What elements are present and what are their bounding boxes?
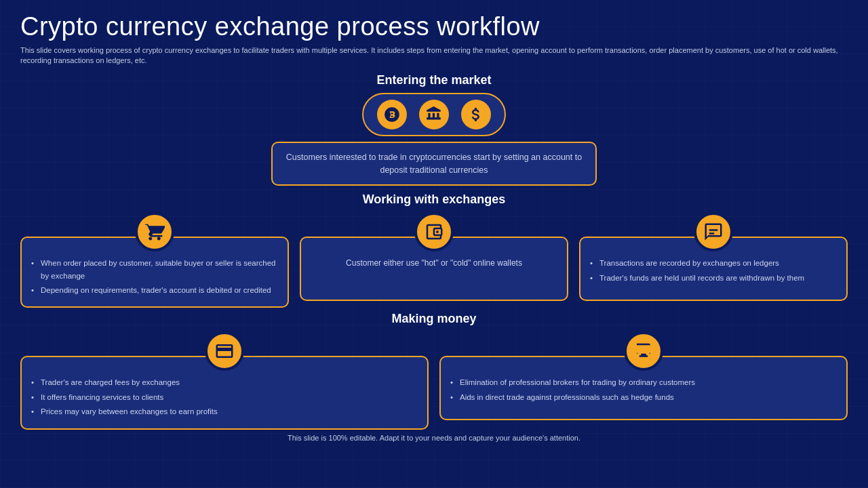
bank-icon — [419, 100, 449, 129]
bitcoin-icon — [377, 100, 407, 129]
entering-description: Customers interested to trade in cryptoc… — [286, 152, 582, 175]
making-two-col: Trader's are charged fees by exchanges I… — [20, 331, 848, 429]
working-section: Working with exchanges When order placed… — [20, 192, 848, 308]
ledger-icon — [694, 212, 733, 251]
making-money-label: Making money — [20, 312, 848, 326]
working-center-text: Customer either use "hot" or "cold" onli… — [346, 258, 522, 268]
working-center-icon-wrap — [300, 212, 568, 251]
footer-text: This slide is 100% editable. Adapt it to… — [20, 434, 848, 442]
market-icons-pill — [362, 93, 506, 136]
entering-market-label: Entering the market — [20, 73, 848, 87]
making-right-bullet-2: Aids in direct trade against professiona… — [450, 391, 837, 403]
working-three-col: When order placed by customer, suitable … — [20, 212, 848, 308]
wallet-icon — [414, 212, 454, 251]
making-right-col: Elimination of professional brokers for … — [439, 331, 848, 420]
dollar-icon — [461, 100, 491, 129]
making-right-icon-wrap — [439, 331, 848, 371]
subtitle-text: This slide covers working process of cry… — [20, 45, 848, 66]
making-left-bullet-2: It offers financing services to clients — [31, 391, 418, 403]
working-right-col: Transactions are recorded by exchanges o… — [579, 212, 848, 301]
svg-point-0 — [436, 230, 439, 233]
working-left-icon-wrap — [20, 212, 289, 251]
entering-info-box: Customers interested to trade in cryptoc… — [271, 142, 597, 186]
working-left-col: When order placed by customer, suitable … — [20, 212, 289, 308]
market-icons-row — [20, 93, 848, 136]
working-right-bullet-1: Transactions are recorded by exchanges o… — [590, 257, 837, 269]
working-right-bullet-2: Trader's funds are held until records ar… — [590, 272, 837, 284]
making-money-section: Making money Trader's are charged fees b… — [20, 312, 848, 429]
cart-icon — [135, 212, 174, 251]
making-left-bullet-3: Prices may vary between exchanges to ear… — [31, 405, 418, 418]
making-left-col: Trader's are charged fees by exchanges I… — [20, 331, 429, 429]
making-right-bullet-1: Elimination of professional brokers for … — [450, 376, 837, 388]
working-left-bullet-1: When order placed by customer, suitable … — [31, 257, 278, 282]
payment-icon — [205, 331, 244, 371]
making-left-icon-wrap — [20, 331, 429, 371]
working-label: Working with exchanges — [20, 192, 848, 207]
working-left-bullet-2: Depending on requirements, trader's acco… — [31, 284, 278, 296]
making-left-bullet-1: Trader's are charged fees by exchanges — [31, 376, 418, 388]
page-title: Crypto currency exchange process workflo… — [20, 12, 848, 41]
working-center-col: Customer either use "hot" or "cold" onli… — [300, 212, 568, 301]
monitor-icon — [624, 331, 663, 371]
working-right-icon-wrap — [579, 212, 848, 251]
